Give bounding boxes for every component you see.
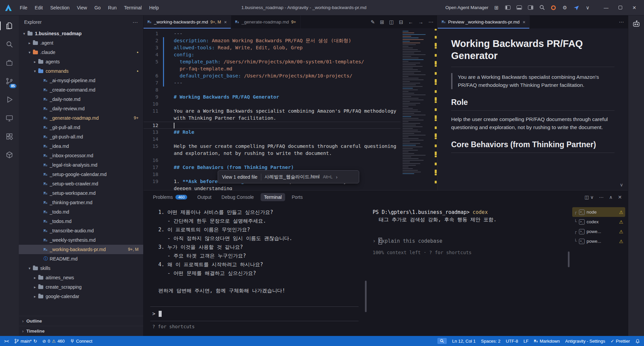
- tree-file-_ai-mysql-pipeline.md[interactable]: M↓_ai-mysql-pipeline.md: [19, 76, 143, 85]
- tooltip-file[interactable]: 사례발표_웹슬라이드.html: [265, 174, 320, 180]
- tree-folder-agents[interactable]: ▸agents: [19, 57, 143, 66]
- scroll-down-icon[interactable]: ∨: [620, 182, 623, 187]
- tree-file-_thinking-partner.md[interactable]: M↓_thinking-partner.md: [19, 198, 143, 207]
- pencil-icon[interactable]: ✎: [371, 19, 375, 25]
- codex-input[interactable]: › Explain this codebase: [373, 237, 565, 245]
- explorer-icon[interactable]: [4, 20, 15, 32]
- open-agent-manager-button[interactable]: Open Agent Manager: [445, 5, 488, 10]
- tree-folder-google-calendar[interactable]: ▸google-calendar: [19, 292, 143, 301]
- remote-explorer-icon[interactable]: [4, 112, 15, 124]
- extensions-icon[interactable]: [4, 131, 15, 142]
- tooltip-action[interactable]: View 1 edited file: [222, 174, 258, 180]
- tree-file-_setup-web-crawler.md[interactable]: M↓_setup-web-crawler.md: [19, 179, 143, 188]
- eol[interactable]: LF: [524, 339, 529, 344]
- tree-folder-1.business_roadmap[interactable]: ▾1.business_roadmap: [19, 29, 143, 38]
- maximize-button[interactable]: [613, 0, 627, 15]
- nav-forward-icon[interactable]: →: [418, 19, 423, 25]
- search-mode-chip[interactable]: [437, 338, 447, 344]
- preview-tab[interactable]: M↓ Preview _working-backwards-pr.md ×: [438, 15, 530, 28]
- nav-back-icon[interactable]: ←: [408, 19, 413, 25]
- encoding[interactable]: UTF-8: [506, 339, 518, 344]
- menu-edit[interactable]: Edit: [31, 3, 47, 12]
- tree-file-_transcribe-audio.md[interactable]: M↓_transcribe-audio.md: [19, 226, 143, 235]
- tree-file-_inbox-processor.md[interactable]: M↓_inbox-processor.md: [19, 151, 143, 160]
- editor-tab[interactable]: M↓_working-backwards-pr.md9+, M×: [144, 15, 231, 28]
- split-editor-icon[interactable]: ◫: [389, 19, 394, 25]
- formatter-item[interactable]: ✓ Prettier: [610, 339, 630, 344]
- panel-tab-ports[interactable]: Ports: [288, 193, 306, 201]
- menu-view[interactable]: View: [73, 3, 91, 12]
- menu-go[interactable]: Go: [91, 3, 104, 12]
- tree-file-_idea.md[interactable]: M↓_idea.md: [19, 141, 143, 151]
- code-editor[interactable]: 1---2description: Amazon Working Backwar…: [144, 29, 437, 190]
- tree-folder-skills[interactable]: ▾skills: [19, 264, 143, 273]
- sync-icon[interactable]: ↻: [33, 339, 37, 344]
- tree-folder-.agent[interactable]: ▸.agent: [19, 38, 143, 48]
- minimize-button[interactable]: —: [599, 0, 613, 15]
- menu-run[interactable]: Run: [104, 3, 120, 12]
- indentation[interactable]: Spaces: 2: [481, 339, 500, 344]
- tree-folder-create_scrapping[interactable]: ▸create_scrapping: [19, 282, 143, 292]
- outline-section[interactable]: › Outline: [19, 316, 143, 326]
- problems-summary[interactable]: ⊘ 0 ⚠ 460: [42, 339, 65, 344]
- git-branch-item[interactable]: main* ↻: [14, 339, 37, 344]
- menu-terminal[interactable]: Terminal: [120, 3, 146, 12]
- tree-file-_generate-roadmap.md[interactable]: M↓_generate-roadmap.md9+: [19, 113, 143, 123]
- tree-folder-.claude[interactable]: ▾.claude●: [19, 48, 143, 57]
- tree-file-_git-push-all.md[interactable]: M↓_git-push-all.md: [19, 132, 143, 141]
- connect-item[interactable]: Connect: [70, 339, 92, 344]
- remote-indicator[interactable]: ><: [4, 339, 9, 344]
- browser-icon[interactable]: [550, 4, 557, 11]
- menu-file[interactable]: File: [16, 3, 31, 12]
- search-icon[interactable]: [4, 39, 15, 50]
- tree-file-_legal-risk-analysis.md[interactable]: M↓_legal-risk-analysis.md: [19, 160, 143, 170]
- tree-file-README.md[interactable]: ⓘREADME.md: [19, 254, 143, 264]
- maximize-panel-icon[interactable]: ∧: [609, 194, 612, 200]
- package-icon[interactable]: [4, 149, 15, 161]
- tree-folder-commands[interactable]: ▾commands●: [19, 66, 143, 76]
- terminal-prompt[interactable]: >: [144, 307, 364, 321]
- tree-file-_weekly-synthesis.md[interactable]: M↓_weekly-synthesis.md: [19, 235, 143, 245]
- toggle-layout-icon[interactable]: ⊟: [399, 19, 403, 25]
- panel-tab-debug-console[interactable]: Debug Console: [218, 193, 257, 201]
- tree-file-_git-pull-all.md[interactable]: M↓_git-pull-all.md: [19, 123, 143, 132]
- tree-folder-aitimes_news[interactable]: ▸aitimes_news: [19, 273, 143, 282]
- tree-file-_daily-review.md[interactable]: M↓_daily-review.md: [19, 104, 143, 113]
- language-mode[interactable]: M↓ Markdown: [534, 339, 560, 344]
- close-panel-icon[interactable]: ✕: [618, 194, 622, 200]
- more-actions-icon[interactable]: ⋯: [599, 194, 604, 200]
- notifications-bell-icon[interactable]: [635, 339, 640, 344]
- terminal-instance-powe[interactable]: ┌>_powe...⚠: [572, 227, 625, 236]
- close-icon[interactable]: ×: [224, 19, 227, 25]
- terminal-instance-codex[interactable]: └>_codex⚠: [572, 217, 625, 227]
- terminal-main[interactable]: 1. 어떤 제품이나 서비스를 만들고 싶으신가요? - 간단하게 한두 문장으…: [144, 204, 364, 336]
- terminal-scrollbar[interactable]: [364, 204, 368, 336]
- diff-icon[interactable]: ⊞: [380, 19, 384, 25]
- panel-tab-problems[interactable]: Problems460: [150, 193, 191, 201]
- toggle-primary-sidebar-icon[interactable]: [504, 4, 511, 11]
- agent-launcher-icon[interactable]: [573, 4, 580, 11]
- settings-item[interactable]: Antigravity - Settings: [565, 339, 605, 344]
- menu-help[interactable]: Help: [146, 3, 163, 12]
- explorer-more-actions-icon[interactable]: ⋯: [132, 19, 138, 25]
- tree-file-_daily-note.md[interactable]: M↓_daily-note.md: [19, 95, 143, 104]
- menu-selection[interactable]: Selection: [47, 3, 73, 12]
- terminal-codex[interactable]: PS D:\gpters\1.business_roadmap> codex 태…: [368, 204, 567, 336]
- minimap[interactable]: [400, 29, 437, 190]
- close-window-button[interactable]: ✕: [627, 0, 641, 15]
- tree-file-_todos.md[interactable]: M↓_todos.md: [19, 217, 143, 226]
- close-icon[interactable]: ×: [523, 19, 525, 25]
- tree-file-_setup-workspace.md[interactable]: M↓_setup-workspace.md: [19, 188, 143, 198]
- chevron-right-icon[interactable]: ›: [336, 174, 338, 180]
- agent-bot-icon[interactable]: [632, 19, 641, 30]
- grid-icon[interactable]: ⊞: [493, 4, 500, 11]
- tree-file-_create-command.md[interactable]: M↓_create-command.md: [19, 85, 143, 95]
- edited-file-tooltip[interactable]: View 1 edited file 사례발표_웹슬라이드.html Alt+L…: [218, 170, 359, 183]
- tree-file-_setup-google-calendar.md[interactable]: M↓_setup-google-calendar.md: [19, 170, 143, 179]
- terminal-scrollbar[interactable]: [567, 204, 571, 336]
- split-terminal-icon[interactable]: ◫ ∨: [585, 194, 594, 200]
- search-icon[interactable]: [539, 4, 545, 11]
- more-actions-icon[interactable]: ⋯: [619, 19, 624, 25]
- cursor-position[interactable]: Ln 12, Col 1: [452, 339, 476, 344]
- more-actions-icon[interactable]: ⋯: [428, 19, 433, 25]
